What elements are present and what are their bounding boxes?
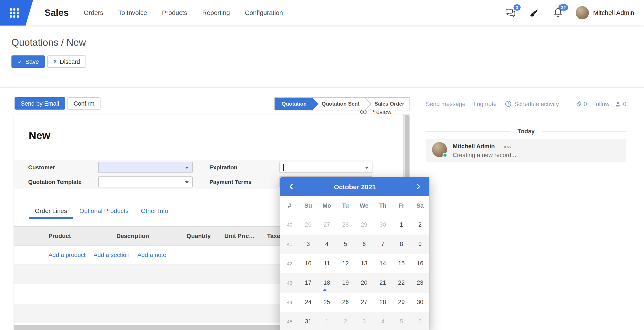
calendar-day[interactable]: 5	[392, 312, 411, 330]
calendar-day[interactable]: 16	[411, 254, 429, 273]
add-a-product-link[interactable]: Add a product	[48, 252, 86, 258]
attachments-button[interactable]: 0	[575, 101, 587, 107]
calendar-day[interactable]: 24	[299, 293, 318, 312]
datepicker-month-title[interactable]: October 2021	[296, 183, 414, 190]
tab-optional-products[interactable]: Optional Products	[73, 204, 135, 219]
calendar-day[interactable]: 1	[392, 215, 411, 235]
calendar-day[interactable]: 20	[355, 273, 374, 293]
calendar-day-today[interactable]: 18	[318, 273, 336, 293]
odoo-sales-window: Sales Orders To Invoice Products Reporti…	[0, 0, 644, 330]
record-title: New	[29, 129, 403, 142]
calendar-day[interactable]: 6	[355, 235, 374, 254]
menu-orders[interactable]: Orders	[84, 9, 103, 16]
week-number: 44	[280, 300, 299, 305]
add-a-note-link[interactable]: Add a note	[138, 252, 166, 258]
text-cursor	[283, 164, 284, 171]
tab-order-lines[interactable]: Order Lines	[29, 204, 73, 219]
menu-to-invoice[interactable]: To Invoice	[118, 9, 147, 16]
calendar-day[interactable]: 25	[318, 293, 336, 312]
message-timestamp: - now	[500, 144, 511, 149]
chevron-left-icon	[288, 183, 294, 190]
save-button[interactable]: ✓ Save	[12, 55, 45, 68]
tab-other-info[interactable]: Other Info	[135, 204, 174, 219]
calendar-day[interactable]: 5	[336, 235, 355, 254]
calendar-day[interactable]: 4	[318, 235, 336, 254]
calendar-day[interactable]: 29	[355, 215, 374, 235]
calendar-day[interactable]: 31	[299, 312, 318, 330]
calendar-day[interactable]: 14	[373, 254, 392, 273]
follow-button[interactable]: Follow	[592, 101, 610, 107]
quotation-template-input[interactable]	[98, 176, 193, 187]
customer-input[interactable]	[98, 162, 193, 173]
calendar-day[interactable]: 6	[411, 312, 429, 330]
calendar-day[interactable]: 15	[392, 254, 411, 273]
user-menu[interactable]: Mitchell Admin	[576, 6, 634, 19]
clock-icon	[504, 100, 512, 107]
calendar-day[interactable]: 2	[336, 312, 355, 330]
day-of-week-label: Sa	[411, 202, 429, 209]
online-status-dot	[442, 153, 448, 158]
chatter-right-actions: 0 Follow 0	[575, 101, 626, 107]
week-number-column-header: #	[280, 202, 299, 209]
previous-month-button[interactable]	[286, 182, 296, 191]
calendar-day[interactable]: 22	[392, 273, 411, 293]
messages-button[interactable]: 3	[504, 6, 516, 19]
calendar-day[interactable]: 21	[373, 273, 392, 293]
breadcrumb-quotations[interactable]: Quotations	[12, 37, 58, 48]
send-message-button[interactable]: Send message	[426, 101, 466, 107]
navbar-systray: 3 32 Mitchell Admin	[504, 6, 644, 19]
calendar-day[interactable]: 3	[355, 312, 374, 330]
control-panel: Quotations / New ✓ Save × Discard	[0, 25, 644, 88]
calendar-day[interactable]: 27	[318, 215, 336, 235]
add-a-section-link[interactable]: Add a section	[94, 252, 130, 258]
day-of-week-label: Th	[373, 202, 392, 209]
calendar-day[interactable]: 26	[299, 215, 318, 235]
message-body: Creating a new record...	[453, 152, 516, 159]
apps-menu-button[interactable]	[0, 0, 33, 25]
field-row: Customer Expiration	[14, 160, 372, 175]
status-sales-order[interactable]: Sales Order	[365, 98, 410, 110]
followers-button[interactable]: 0	[615, 101, 626, 107]
calendar-day[interactable]: 29	[392, 293, 411, 312]
calendar-day[interactable]: 28	[373, 293, 392, 312]
calendar-day[interactable]: 30	[373, 215, 392, 235]
expiration-input[interactable]	[280, 162, 372, 173]
calendar-day[interactable]: 26	[336, 293, 355, 312]
calendar-day[interactable]: 8	[392, 235, 411, 254]
calendar-day[interactable]: 7	[373, 235, 392, 254]
breadcrumb: Quotations / New	[12, 36, 644, 49]
chatter: Send message Log note Schedule activity	[410, 88, 644, 330]
calendar-day[interactable]: 11	[318, 254, 336, 273]
status-quotation-sent[interactable]: Quotation Sent	[312, 98, 365, 110]
status-quotation[interactable]: Quotation	[274, 98, 312, 110]
log-note-button[interactable]: Log note	[474, 101, 496, 107]
calendar-day[interactable]: 28	[336, 215, 355, 235]
calendar-day[interactable]: 9	[411, 235, 429, 254]
discard-button[interactable]: × Discard	[48, 55, 86, 68]
calendar-day[interactable]: 1	[318, 312, 336, 330]
calendar-day[interactable]: 17	[299, 273, 318, 293]
next-month-button[interactable]	[414, 182, 423, 191]
datepicker-dow-row: #SuMoTuWeThFrSa	[280, 196, 429, 215]
calendar-day[interactable]: 30	[411, 293, 429, 312]
app-name[interactable]: Sales	[44, 7, 69, 18]
calendar-day[interactable]: 12	[336, 254, 355, 273]
calendar-day[interactable]: 19	[336, 273, 355, 293]
menu-reporting[interactable]: Reporting	[202, 9, 230, 16]
confirm-button[interactable]: Confirm	[68, 97, 101, 110]
calendar-day[interactable]: 10	[299, 254, 318, 273]
send-by-email-button[interactable]: Send by Email	[14, 97, 65, 110]
notifications-button[interactable]: 32	[552, 6, 564, 19]
activities-button[interactable]	[528, 6, 540, 19]
calendar-day[interactable]: 13	[355, 254, 374, 273]
menu-configuration[interactable]: Configuration	[245, 9, 283, 16]
calendar-day[interactable]: 3	[299, 235, 318, 254]
menu-products[interactable]: Products	[162, 9, 187, 16]
calendar-day[interactable]: 23	[411, 273, 429, 293]
week-number: 45	[280, 319, 299, 324]
schedule-activity-button[interactable]: Schedule activity	[504, 100, 559, 107]
column-description: Description	[116, 233, 173, 239]
calendar-day[interactable]: 2	[411, 215, 429, 235]
calendar-day[interactable]: 4	[373, 312, 392, 330]
calendar-day[interactable]: 27	[355, 293, 374, 312]
